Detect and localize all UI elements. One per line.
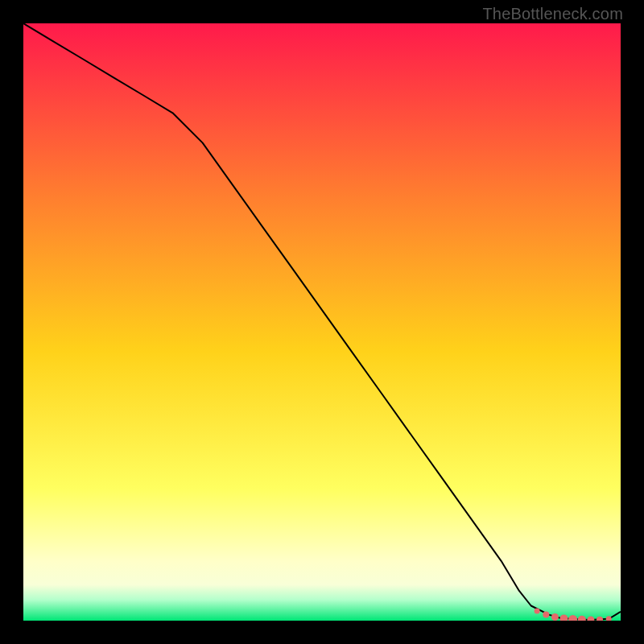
marker-dot [578,616,586,621]
marker-dot [551,613,559,621]
highlight-markers [535,609,612,621]
watermark-text: TheBottleneck.com [482,5,623,23]
chart-stage: TheBottleneck.com [0,0,644,644]
marker-dot [587,616,594,621]
marker-dot [543,612,549,618]
marker-dot [535,609,540,614]
marker-dot [560,614,568,621]
chart-svg [23,23,621,621]
bottleneck-curve [23,23,621,620]
marker-dot [606,616,612,621]
marker-dot [597,617,603,621]
marker-dot [568,615,577,621]
plot-area [23,23,621,621]
